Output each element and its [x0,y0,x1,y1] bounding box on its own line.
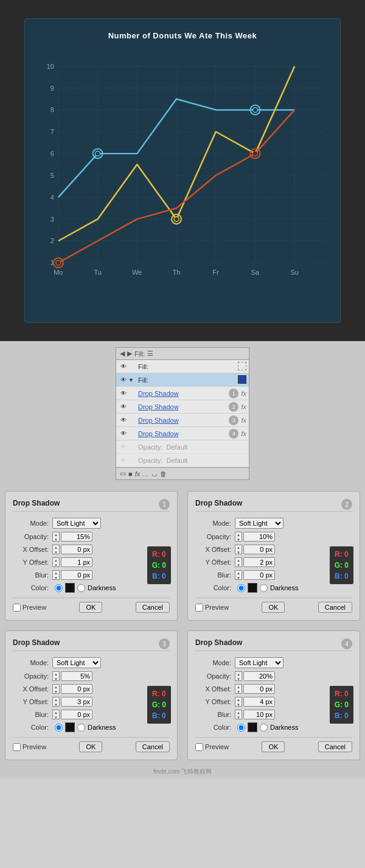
ds4-xoffset-spinner[interactable]: ▲▼ [235,684,242,694]
ds1-mode-select[interactable]: Soft Light Normal Multiply [52,518,101,529]
layer-ds2-label[interactable]: Drop Shadow [136,403,226,411]
ds3-yoffset-input[interactable] [61,697,92,707]
ds4-yoffset-input[interactable] [243,697,275,707]
ds4-color-radio[interactable] [237,724,245,732]
ds3-darkness-radio[interactable] [77,724,85,732]
ds1-color-radio[interactable] [55,584,63,592]
ds3-yoffset-label: Y Offset: [13,698,52,705]
ds4-xoffset-input[interactable] [243,684,275,694]
footer-dot-icon[interactable]: … [142,470,149,478]
ds3-preview-label[interactable]: Preview [13,743,46,751]
eye-icon-op2[interactable]: 👁 [119,456,128,465]
fx-btn-ds1[interactable]: fx [241,390,246,397]
eye-icon-ds3[interactable]: 👁 [119,415,128,425]
ds3-blur-spinner[interactable]: ▲▼ [52,710,60,719]
ds2-xoffset-spinner[interactable]: ▲▼ [235,545,242,554]
eye-icon-ds1[interactable]: 👁 [119,389,128,398]
ds4-opacity-input[interactable] [243,671,275,681]
ds3-cancel-btn[interactable]: Cancel [136,741,170,752]
eye-icon-ds2[interactable]: 👁 [119,402,128,412]
ds3-yoffset-spinner[interactable]: ▲▼ [52,697,60,707]
ds3-xoffset-input[interactable] [61,684,92,694]
footer-trash-icon[interactable]: 🗑 [160,470,167,478]
layer-ds1-label[interactable]: Drop Shadow [136,390,226,397]
ds4-darkness-radio[interactable] [260,724,268,732]
ds3-xoffset-row: X Offset: ▲▼ [13,684,170,694]
ds3-xoffset-spinner[interactable]: ▲▼ [52,684,60,694]
ds1-blur-input[interactable] [61,570,92,580]
arrow-2[interactable]: ▼ [128,377,136,383]
ds3-preview-check[interactable] [13,743,21,751]
ds4-blur-input[interactable] [243,710,275,719]
ds2-blur-spinner[interactable]: ▲▼ [235,570,242,580]
ds2-color-swatch[interactable] [248,583,257,593]
ds1-xoffset-input[interactable] [61,545,92,554]
ds3-mode-select[interactable]: Soft Light Normal Multiply [52,657,101,668]
ds1-title: Drop Shadow [13,499,170,512]
ds2-mode-select[interactable]: Soft Light Normal Multiply [235,518,283,529]
eye-icon-1[interactable]: 👁 [119,362,128,372]
fx-btn-ds4[interactable]: fx [241,430,246,437]
ds4-opacity-spinner[interactable]: ▲▼ [235,671,242,681]
ds4-yoffset-spinner[interactable]: ▲▼ [235,697,242,707]
ds1-preview-label[interactable]: Preview [13,604,46,612]
layers-forward-icon[interactable]: ▶ [127,350,132,358]
footer-fx-icon[interactable]: fx [135,470,141,478]
ds4-mode-select[interactable]: Soft Light Normal Multiply [235,657,283,668]
layers-settings-icon[interactable]: ☰ [147,350,153,358]
ds2-mode-row: Mode: Soft Light Normal Multiply [195,518,352,529]
eye-icon-ds4[interactable]: 👁 [119,429,128,439]
ds1-color-swatch[interactable] [65,583,75,593]
ds1-blur-spinner[interactable]: ▲▼ [52,570,60,580]
ds2-ok-btn[interactable]: OK [262,602,285,613]
footer-rect2-icon[interactable]: ■ [128,470,133,478]
ds1-blur-label: Blur: [13,571,52,579]
ds2-opacity-spinner[interactable]: ▲▼ [235,532,242,542]
ds3-ok-btn[interactable]: OK [79,741,102,752]
ds3-opacity-input[interactable] [61,671,92,681]
layer-ds4-label[interactable]: Drop Shadow [136,430,226,437]
fill-color-box[interactable] [238,375,246,385]
ds1-cancel-btn[interactable]: Cancel [136,602,170,613]
ds4-ok-btn[interactable]: OK [262,741,285,752]
fill-empty-box[interactable] [238,362,246,372]
ds1-preview-check[interactable] [13,604,21,612]
footer-rect-icon[interactable]: ▭ [120,470,126,478]
ds1-xoffset-spinner[interactable]: ▲▼ [52,545,60,554]
ds2-preview-label[interactable]: Preview [195,604,229,612]
ds1-yoffset-spinner[interactable]: ▲▼ [52,557,60,567]
layer-row-fill-empty: 👁 Fill: [116,360,249,373]
fx-btn-ds3[interactable]: fx [241,417,246,424]
ds4-blur-spinner[interactable]: ▲▼ [235,710,242,719]
ds2-color-radio[interactable] [237,584,245,592]
ds3-color-radio[interactable] [55,724,63,732]
ds2-cancel-btn[interactable]: Cancel [318,602,352,613]
ds2-yoffset-spinner[interactable]: ▲▼ [235,557,242,567]
ds2-yoffset-input[interactable] [243,557,275,567]
ds2-darkness-radio[interactable] [260,584,268,592]
ds1-opacity-spinner[interactable]: ▲▼ [52,532,60,542]
ds4-preview-check[interactable] [195,743,203,751]
ds1-ok-btn[interactable]: OK [79,602,102,613]
layers-back-icon[interactable]: ◀ [120,350,125,358]
ds1-yoffset-input[interactable] [61,557,92,567]
ds3-blur-input[interactable] [61,710,92,719]
ds2-preview-check[interactable] [195,604,203,612]
ds4-color-swatch[interactable] [248,722,257,732]
ds1-opacity-input[interactable] [61,532,92,542]
ds4-cancel-btn[interactable]: Cancel [318,741,352,752]
ds1-darkness-radio[interactable] [77,584,85,592]
ds3-color-swatch[interactable] [65,722,75,732]
ds2-xoffset-input[interactable] [243,545,275,554]
eye-icon-op1[interactable]: 👁 [119,442,128,452]
ds2-badge: 2 [341,499,352,510]
ds2-opacity-input[interactable] [243,532,275,542]
eye-icon-2[interactable]: 👁 [119,375,128,385]
footer-copy-icon[interactable]: ◡ [151,470,158,478]
ds4-preview-label[interactable]: Preview [195,743,229,751]
fx-btn-ds2[interactable]: fx [241,403,246,411]
ds3-badge: 3 [159,638,170,649]
ds3-opacity-spinner[interactable]: ▲▼ [52,671,60,681]
ds2-blur-input[interactable] [243,570,275,580]
layer-ds3-label[interactable]: Drop Shadow [136,417,226,424]
